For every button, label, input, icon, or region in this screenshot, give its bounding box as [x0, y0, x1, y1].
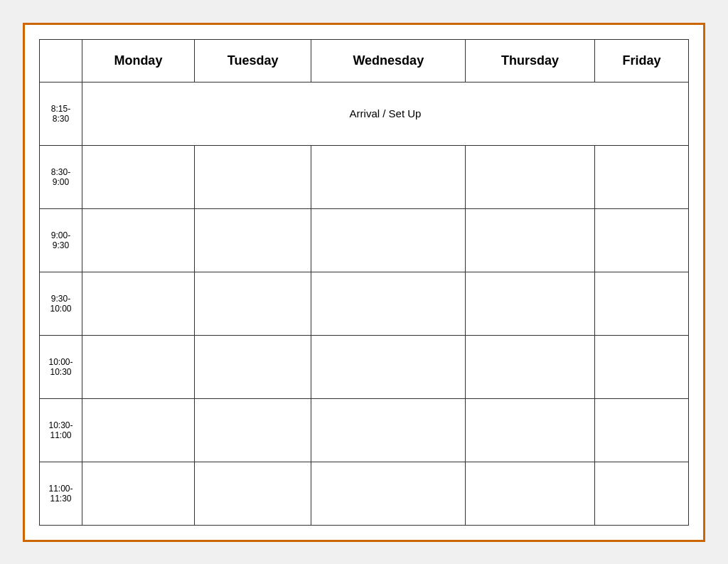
day-cell-6-3 — [466, 462, 595, 525]
day-cell-6-0 — [82, 462, 195, 525]
header-thursday: Thursday — [466, 39, 595, 82]
day-cell-1-4 — [595, 145, 689, 208]
header-friday: Friday — [595, 39, 689, 82]
day-cell-2-0 — [82, 208, 195, 272]
day-cell-3-3 — [466, 272, 595, 335]
time-cell-4: 10:00- 10:30 — [40, 335, 82, 398]
time-cell-3: 9:30- 10:00 — [40, 272, 82, 335]
header-empty — [40, 39, 82, 82]
day-cell-1-1 — [194, 145, 311, 208]
day-cell-6-2 — [311, 462, 466, 525]
table-row: 11:00- 11:30 — [40, 462, 689, 525]
header-wednesday: Wednesday — [311, 39, 466, 82]
day-cell-4-2 — [311, 335, 466, 398]
day-cell-6-4 — [595, 462, 689, 525]
arrival-cell: Arrival / Set Up — [82, 82, 689, 145]
table-row: 9:00- 9:30 — [40, 208, 689, 272]
table-row: 10:00- 10:30 — [40, 335, 689, 398]
table-row: 10:30- 11:00 — [40, 398, 689, 462]
day-cell-1-2 — [311, 145, 466, 208]
day-cell-3-0 — [82, 272, 195, 335]
day-cell-4-0 — [82, 335, 195, 398]
day-cell-2-3 — [466, 208, 595, 272]
day-cell-5-0 — [82, 398, 195, 462]
day-cell-2-1 — [194, 208, 311, 272]
day-cell-5-3 — [466, 398, 595, 462]
table-row: 8:30- 9:00 — [40, 145, 689, 208]
day-cell-4-4 — [595, 335, 689, 398]
schedule-table: Monday Tuesday Wednesday Thursday Friday… — [39, 39, 689, 526]
day-cell-5-2 — [311, 398, 466, 462]
day-cell-4-3 — [466, 335, 595, 398]
header-tuesday: Tuesday — [194, 39, 311, 82]
day-cell-1-0 — [82, 145, 195, 208]
day-cell-2-4 — [595, 208, 689, 272]
header-monday: Monday — [82, 39, 195, 82]
day-cell-2-2 — [311, 208, 466, 272]
time-cell-1: 8:30- 9:00 — [40, 145, 82, 208]
time-cell-0: 8:15- 8:30 — [40, 82, 82, 145]
day-cell-5-1 — [194, 398, 311, 462]
day-cell-6-1 — [194, 462, 311, 525]
table-row: 9:30- 10:00 — [40, 272, 689, 335]
time-cell-2: 9:00- 9:30 — [40, 208, 82, 272]
time-cell-6: 11:00- 11:30 — [40, 462, 82, 525]
day-cell-4-1 — [194, 335, 311, 398]
day-cell-1-3 — [466, 145, 595, 208]
day-cell-3-4 — [595, 272, 689, 335]
day-cell-5-4 — [595, 398, 689, 462]
time-cell-5: 10:30- 11:00 — [40, 398, 82, 462]
day-cell-3-1 — [194, 272, 311, 335]
day-cell-3-2 — [311, 272, 466, 335]
table-row: 8:15- 8:30Arrival / Set Up — [40, 82, 689, 145]
page-container: Monday Tuesday Wednesday Thursday Friday… — [23, 23, 705, 542]
